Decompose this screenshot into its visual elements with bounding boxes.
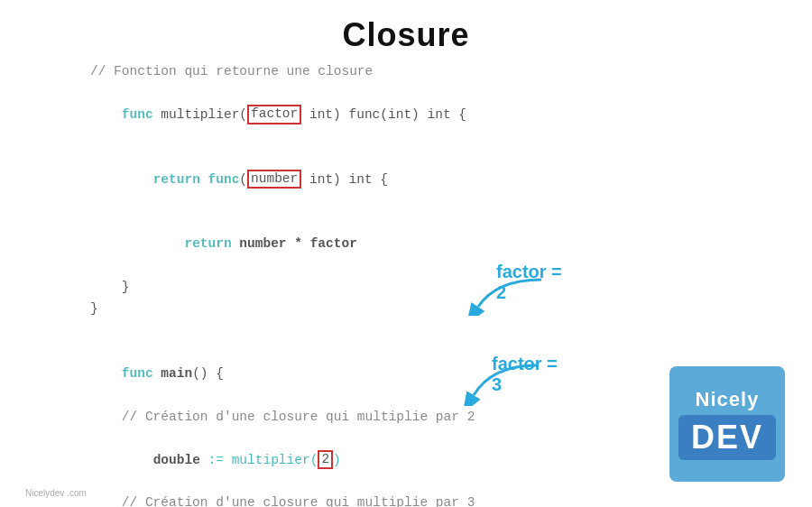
- keyword-func3: func: [122, 366, 161, 381]
- return-expr: number * factor: [239, 236, 357, 251]
- nicely-dev-badge: Nicely DEV: [669, 366, 785, 482]
- line2b: int) int {: [301, 172, 388, 187]
- factor3-text: factor = 3: [492, 354, 568, 395]
- boxed-number: number: [247, 170, 301, 189]
- main-func: main: [161, 366, 192, 381]
- close-paren1: ): [333, 453, 341, 467]
- assign-double: :=: [200, 453, 232, 467]
- keyword-return2: return: [184, 236, 239, 251]
- footer-label: Nicelydev .com: [25, 488, 87, 498]
- boxed-factor: factor: [247, 105, 301, 124]
- code-line-comment1: // Fonction qui retourne une closure: [90, 61, 710, 83]
- indent2: [122, 236, 185, 251]
- code-line-main: func main() {: [90, 342, 710, 407]
- keyword-func2: func: [208, 172, 240, 187]
- code-comment3: // Création d'une closure qui multiplie …: [90, 493, 710, 507]
- indent1: [122, 172, 153, 187]
- dev-text: DEV: [691, 419, 763, 456]
- code-block: // Fonction qui retourne une closure fun…: [90, 61, 710, 507]
- code-line-3: return number * factor: [90, 212, 710, 277]
- factor2-text: factor = 2: [496, 262, 568, 303]
- call-multiplier1: multiplier(: [232, 453, 318, 467]
- keyword-return1: return: [153, 172, 208, 187]
- blank1: [90, 320, 710, 342]
- page-title: Closure: [0, 0, 812, 63]
- func-multiplier: multiplier(: [161, 107, 247, 122]
- code-line-5: }: [90, 299, 710, 320]
- num-2: 2: [318, 450, 333, 469]
- code-line-4: }: [90, 277, 710, 299]
- line1b: int) func(int) int {: [301, 107, 466, 122]
- code-line-double: double := multiplier(2): [90, 429, 710, 493]
- dev-box: DEV: [678, 415, 776, 460]
- annotation-factor2: factor = 2: [460, 271, 568, 320]
- code-comment2: // Création d'une closure qui multiplie …: [90, 407, 710, 429]
- main-paren: () {: [192, 366, 224, 381]
- keyword-func: func: [122, 107, 161, 122]
- indent3: [122, 453, 153, 467]
- var-double: double: [153, 453, 200, 467]
- paren1: (: [239, 172, 247, 187]
- annotation-factor3: factor = 3: [460, 352, 568, 410]
- code-line-1: func multiplier(factor int) func(int) in…: [90, 83, 710, 148]
- code-line-2: return func(number int) int {: [90, 148, 710, 213]
- nicely-text: Nicely: [696, 388, 760, 411]
